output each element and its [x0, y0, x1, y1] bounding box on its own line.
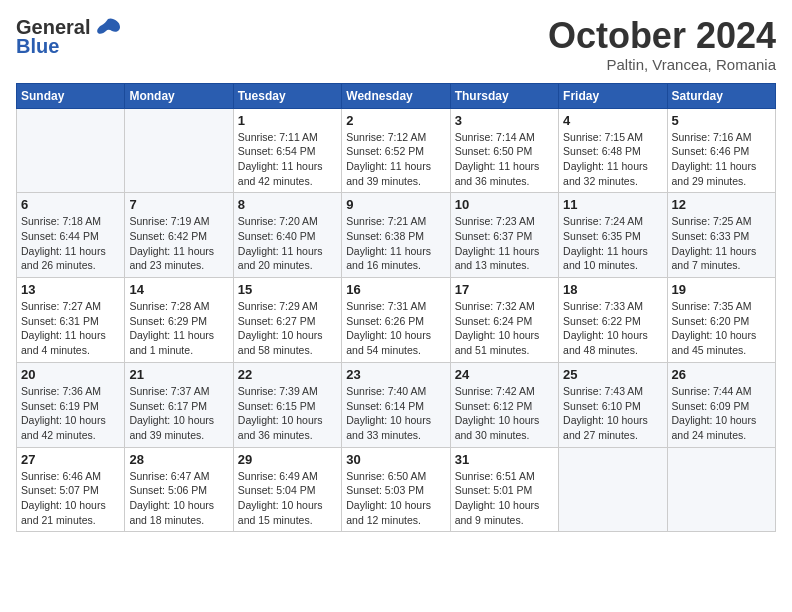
day-info: Sunrise: 7:33 AMSunset: 6:22 PMDaylight:…	[563, 299, 662, 358]
day-info: Sunrise: 6:50 AMSunset: 5:03 PMDaylight:…	[346, 469, 445, 528]
day-number: 27	[21, 452, 120, 467]
day-number: 4	[563, 113, 662, 128]
calendar-cell: 31Sunrise: 6:51 AMSunset: 5:01 PMDayligh…	[450, 447, 558, 532]
calendar-cell: 12Sunrise: 7:25 AMSunset: 6:33 PMDayligh…	[667, 193, 775, 278]
day-info: Sunrise: 7:29 AMSunset: 6:27 PMDaylight:…	[238, 299, 337, 358]
day-info: Sunrise: 7:39 AMSunset: 6:15 PMDaylight:…	[238, 384, 337, 443]
weekday-header: Saturday	[667, 83, 775, 108]
day-info: Sunrise: 7:36 AMSunset: 6:19 PMDaylight:…	[21, 384, 120, 443]
calendar-week-row: 1Sunrise: 7:11 AMSunset: 6:54 PMDaylight…	[17, 108, 776, 193]
day-number: 30	[346, 452, 445, 467]
day-info: Sunrise: 7:35 AMSunset: 6:20 PMDaylight:…	[672, 299, 771, 358]
day-number: 5	[672, 113, 771, 128]
day-info: Sunrise: 7:16 AMSunset: 6:46 PMDaylight:…	[672, 130, 771, 189]
calendar-cell: 4Sunrise: 7:15 AMSunset: 6:48 PMDaylight…	[559, 108, 667, 193]
day-info: Sunrise: 7:24 AMSunset: 6:35 PMDaylight:…	[563, 214, 662, 273]
day-number: 19	[672, 282, 771, 297]
calendar-cell: 9Sunrise: 7:21 AMSunset: 6:38 PMDaylight…	[342, 193, 450, 278]
calendar-cell: 25Sunrise: 7:43 AMSunset: 6:10 PMDayligh…	[559, 362, 667, 447]
calendar-cell: 27Sunrise: 6:46 AMSunset: 5:07 PMDayligh…	[17, 447, 125, 532]
calendar-cell: 29Sunrise: 6:49 AMSunset: 5:04 PMDayligh…	[233, 447, 341, 532]
weekday-header-row: SundayMondayTuesdayWednesdayThursdayFrid…	[17, 83, 776, 108]
day-info: Sunrise: 6:49 AMSunset: 5:04 PMDaylight:…	[238, 469, 337, 528]
day-number: 17	[455, 282, 554, 297]
calendar-cell: 11Sunrise: 7:24 AMSunset: 6:35 PMDayligh…	[559, 193, 667, 278]
calendar-cell: 8Sunrise: 7:20 AMSunset: 6:40 PMDaylight…	[233, 193, 341, 278]
location-title: Paltin, Vrancea, Romania	[548, 56, 776, 73]
calendar-cell: 13Sunrise: 7:27 AMSunset: 6:31 PMDayligh…	[17, 278, 125, 363]
calendar-cell	[17, 108, 125, 193]
day-info: Sunrise: 7:12 AMSunset: 6:52 PMDaylight:…	[346, 130, 445, 189]
calendar-cell: 22Sunrise: 7:39 AMSunset: 6:15 PMDayligh…	[233, 362, 341, 447]
day-info: Sunrise: 7:20 AMSunset: 6:40 PMDaylight:…	[238, 214, 337, 273]
day-number: 1	[238, 113, 337, 128]
day-number: 16	[346, 282, 445, 297]
day-info: Sunrise: 7:14 AMSunset: 6:50 PMDaylight:…	[455, 130, 554, 189]
day-info: Sunrise: 7:43 AMSunset: 6:10 PMDaylight:…	[563, 384, 662, 443]
weekday-header: Friday	[559, 83, 667, 108]
title-area: October 2024 Paltin, Vrancea, Romania	[548, 16, 776, 73]
weekday-header: Tuesday	[233, 83, 341, 108]
calendar-cell: 26Sunrise: 7:44 AMSunset: 6:09 PMDayligh…	[667, 362, 775, 447]
day-number: 26	[672, 367, 771, 382]
logo-blue-text: Blue	[16, 35, 59, 58]
day-number: 3	[455, 113, 554, 128]
logo: General Blue	[16, 16, 122, 58]
day-info: Sunrise: 6:47 AMSunset: 5:06 PMDaylight:…	[129, 469, 228, 528]
day-number: 6	[21, 197, 120, 212]
logo-bird-icon	[94, 17, 122, 39]
day-info: Sunrise: 7:31 AMSunset: 6:26 PMDaylight:…	[346, 299, 445, 358]
day-info: Sunrise: 7:28 AMSunset: 6:29 PMDaylight:…	[129, 299, 228, 358]
day-number: 7	[129, 197, 228, 212]
day-number: 21	[129, 367, 228, 382]
calendar-cell: 14Sunrise: 7:28 AMSunset: 6:29 PMDayligh…	[125, 278, 233, 363]
day-number: 22	[238, 367, 337, 382]
day-number: 11	[563, 197, 662, 212]
calendar-cell: 15Sunrise: 7:29 AMSunset: 6:27 PMDayligh…	[233, 278, 341, 363]
day-info: Sunrise: 7:32 AMSunset: 6:24 PMDaylight:…	[455, 299, 554, 358]
calendar-cell: 19Sunrise: 7:35 AMSunset: 6:20 PMDayligh…	[667, 278, 775, 363]
day-number: 29	[238, 452, 337, 467]
calendar-cell: 20Sunrise: 7:36 AMSunset: 6:19 PMDayligh…	[17, 362, 125, 447]
day-info: Sunrise: 7:42 AMSunset: 6:12 PMDaylight:…	[455, 384, 554, 443]
page-header: General Blue October 2024 Paltin, Vrance…	[16, 16, 776, 73]
day-number: 8	[238, 197, 337, 212]
calendar-cell: 28Sunrise: 6:47 AMSunset: 5:06 PMDayligh…	[125, 447, 233, 532]
day-number: 18	[563, 282, 662, 297]
day-number: 23	[346, 367, 445, 382]
calendar-cell	[559, 447, 667, 532]
weekday-header: Sunday	[17, 83, 125, 108]
day-number: 28	[129, 452, 228, 467]
day-number: 12	[672, 197, 771, 212]
day-info: Sunrise: 7:44 AMSunset: 6:09 PMDaylight:…	[672, 384, 771, 443]
day-info: Sunrise: 6:51 AMSunset: 5:01 PMDaylight:…	[455, 469, 554, 528]
day-number: 20	[21, 367, 120, 382]
day-number: 31	[455, 452, 554, 467]
day-number: 24	[455, 367, 554, 382]
calendar-cell: 3Sunrise: 7:14 AMSunset: 6:50 PMDaylight…	[450, 108, 558, 193]
day-info: Sunrise: 7:15 AMSunset: 6:48 PMDaylight:…	[563, 130, 662, 189]
calendar-week-row: 6Sunrise: 7:18 AMSunset: 6:44 PMDaylight…	[17, 193, 776, 278]
calendar-cell: 2Sunrise: 7:12 AMSunset: 6:52 PMDaylight…	[342, 108, 450, 193]
calendar-week-row: 27Sunrise: 6:46 AMSunset: 5:07 PMDayligh…	[17, 447, 776, 532]
calendar-cell: 6Sunrise: 7:18 AMSunset: 6:44 PMDaylight…	[17, 193, 125, 278]
weekday-header: Wednesday	[342, 83, 450, 108]
weekday-header: Monday	[125, 83, 233, 108]
calendar-cell: 30Sunrise: 6:50 AMSunset: 5:03 PMDayligh…	[342, 447, 450, 532]
calendar-week-row: 20Sunrise: 7:36 AMSunset: 6:19 PMDayligh…	[17, 362, 776, 447]
day-number: 13	[21, 282, 120, 297]
day-number: 14	[129, 282, 228, 297]
calendar-cell: 10Sunrise: 7:23 AMSunset: 6:37 PMDayligh…	[450, 193, 558, 278]
calendar-cell: 17Sunrise: 7:32 AMSunset: 6:24 PMDayligh…	[450, 278, 558, 363]
day-info: Sunrise: 7:37 AMSunset: 6:17 PMDaylight:…	[129, 384, 228, 443]
calendar-cell: 5Sunrise: 7:16 AMSunset: 6:46 PMDaylight…	[667, 108, 775, 193]
calendar-cell: 7Sunrise: 7:19 AMSunset: 6:42 PMDaylight…	[125, 193, 233, 278]
day-info: Sunrise: 7:11 AMSunset: 6:54 PMDaylight:…	[238, 130, 337, 189]
day-number: 10	[455, 197, 554, 212]
day-info: Sunrise: 7:19 AMSunset: 6:42 PMDaylight:…	[129, 214, 228, 273]
day-info: Sunrise: 6:46 AMSunset: 5:07 PMDaylight:…	[21, 469, 120, 528]
calendar-table: SundayMondayTuesdayWednesdayThursdayFrid…	[16, 83, 776, 533]
day-number: 9	[346, 197, 445, 212]
day-info: Sunrise: 7:18 AMSunset: 6:44 PMDaylight:…	[21, 214, 120, 273]
month-title: October 2024	[548, 16, 776, 56]
